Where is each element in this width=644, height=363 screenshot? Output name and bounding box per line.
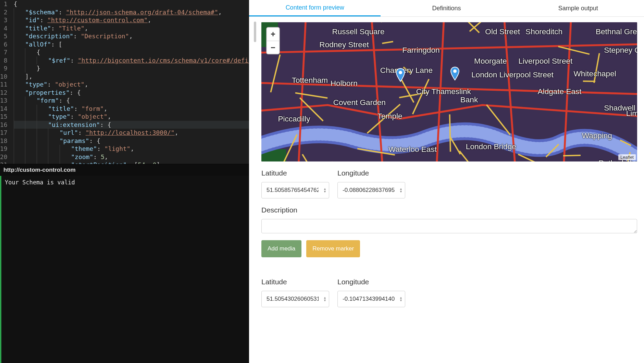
stepper-icon[interactable]: ▲▼ bbox=[399, 187, 402, 193]
remove-marker-button[interactable]: Remove marker bbox=[306, 240, 360, 257]
map-canvas: HolbornRussell SquareRodney StreetFarrin… bbox=[261, 22, 637, 161]
preview-body: HolbornRussell SquareRodney StreetFarrin… bbox=[249, 17, 644, 363]
line-gutter: 1234567891011121314151617181920212223242… bbox=[0, 0, 14, 164]
map[interactable]: HolbornRussell SquareRodney StreetFarrin… bbox=[261, 22, 637, 161]
svg-text:City Thameslink: City Thameslink bbox=[416, 87, 471, 96]
description-label: Description bbox=[261, 206, 637, 214]
svg-text:Waterloo East: Waterloo East bbox=[388, 145, 437, 154]
editor-pane: 1234567891011121314151617181920212223242… bbox=[0, 0, 249, 363]
stepper-icon[interactable]: ▲▼ bbox=[399, 296, 402, 302]
svg-text:London Liverpool Street: London Liverpool Street bbox=[471, 70, 554, 79]
svg-text:Limehouse: Limehouse bbox=[626, 109, 637, 118]
longitude-input[interactable] bbox=[337, 182, 405, 198]
tab-definitions[interactable]: Definitions bbox=[381, 0, 512, 16]
svg-point-42 bbox=[453, 69, 457, 73]
svg-text:Chancery Lane: Chancery Lane bbox=[380, 66, 433, 75]
latitude-input[interactable] bbox=[261, 182, 329, 198]
svg-text:Rodney Street: Rodney Street bbox=[319, 40, 369, 49]
tabs: Content form preview Definitions Sample … bbox=[249, 0, 644, 17]
code-content[interactable]: { "$schema": "http://json-schema.org/dra… bbox=[14, 0, 249, 164]
tab-sample-output[interactable]: Sample output bbox=[512, 0, 644, 16]
stepper-icon[interactable]: ▲▼ bbox=[323, 187, 326, 193]
svg-text:Bank: Bank bbox=[460, 95, 478, 104]
latitude-label: Latitude bbox=[261, 278, 329, 286]
longitude-label: Longitude bbox=[337, 169, 405, 177]
svg-text:Wapping: Wapping bbox=[582, 131, 612, 140]
zoom-control: + − bbox=[266, 27, 280, 54]
svg-text:London Bridge: London Bridge bbox=[466, 142, 516, 151]
svg-text:Piccadilly: Piccadilly bbox=[278, 115, 310, 123]
svg-text:Holborn: Holborn bbox=[331, 79, 358, 88]
latitude-label: Latitude bbox=[261, 169, 329, 177]
zoom-out-button[interactable]: − bbox=[267, 41, 279, 54]
svg-text:Temple: Temple bbox=[377, 112, 402, 120]
zoom-in-button[interactable]: + bbox=[267, 28, 279, 41]
map-marker[interactable] bbox=[450, 66, 460, 81]
svg-point-41 bbox=[399, 71, 402, 74]
longitude-label: Longitude bbox=[337, 278, 405, 286]
latitude-input[interactable] bbox=[261, 291, 329, 307]
svg-text:Bethnal Green: Bethnal Green bbox=[596, 27, 637, 36]
map-attribution: Leaflet bbox=[618, 154, 636, 160]
tab-content-preview[interactable]: Content form preview bbox=[249, 0, 381, 16]
preview-pane: Content form preview Definitions Sample … bbox=[249, 0, 644, 363]
longitude-input[interactable] bbox=[337, 291, 405, 307]
svg-text:Whitechapel: Whitechapel bbox=[573, 69, 616, 78]
svg-text:Shoreditch: Shoreditch bbox=[525, 27, 562, 36]
stepper-icon[interactable]: ▲▼ bbox=[323, 296, 326, 302]
svg-text:Liverpool Street: Liverpool Street bbox=[518, 57, 573, 65]
svg-text:Tottenham: Tottenham bbox=[292, 76, 328, 85]
map-marker[interactable] bbox=[395, 68, 406, 82]
svg-text:Farringdon: Farringdon bbox=[402, 46, 439, 54]
svg-text:Aldgate East: Aldgate East bbox=[538, 87, 582, 96]
svg-text:Russell Square: Russell Square bbox=[332, 27, 384, 36]
status-valid: Your Schema is valid bbox=[0, 176, 249, 363]
add-media-button[interactable]: Add media bbox=[261, 240, 301, 257]
code-editor[interactable]: 1234567891011121314151617181920212223242… bbox=[0, 0, 249, 164]
svg-text:Old Street: Old Street bbox=[485, 27, 520, 36]
svg-text:Covent Garden: Covent Garden bbox=[333, 98, 386, 107]
status-url: http://custom-control.com bbox=[0, 164, 249, 176]
svg-text:Moorgate: Moorgate bbox=[474, 57, 507, 65]
svg-text:Stepney Green: Stepney Green bbox=[604, 46, 637, 54]
description-input[interactable] bbox=[261, 219, 637, 233]
